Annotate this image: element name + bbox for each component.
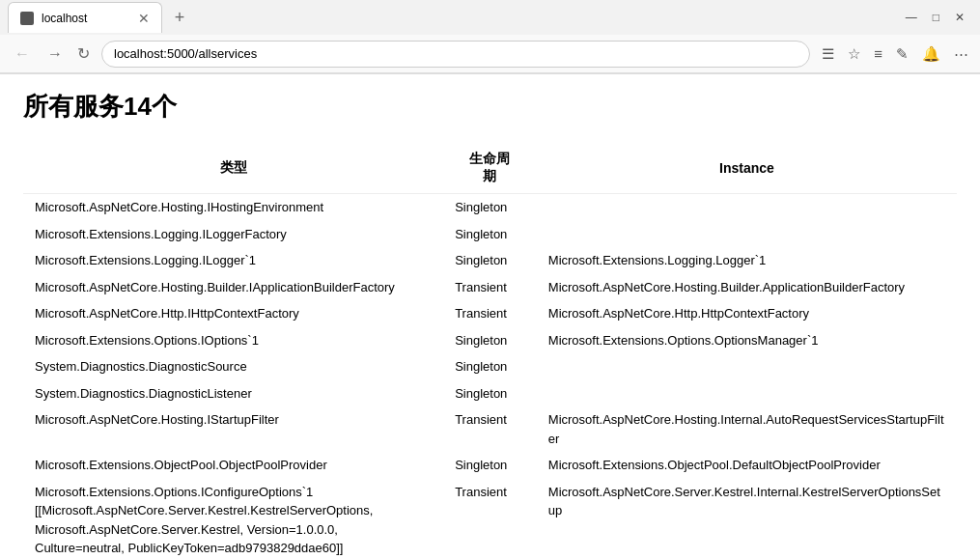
table-row: Microsoft.Extensions.Options.IOptions`1S… <box>23 327 957 354</box>
menu-icon[interactable]: ≡ <box>874 45 882 62</box>
cell-instance: Microsoft.AspNetCore.Http.HttpContextFac… <box>537 300 957 327</box>
cell-lifecycle: Singleton <box>443 452 537 479</box>
cell-lifecycle: Transient <box>443 479 537 560</box>
bookmark-icon[interactable]: ☆ <box>848 45 860 63</box>
cell-lifecycle: Singleton <box>443 327 537 354</box>
back-button[interactable]: ← <box>12 45 33 63</box>
more-button[interactable]: ⋯ <box>954 45 968 63</box>
cell-type: Microsoft.AspNetCore.Hosting.IStartupFil… <box>23 406 443 452</box>
table-row: Microsoft.Extensions.ObjectPool.ObjectPo… <box>23 452 957 479</box>
table-row: Microsoft.Extensions.Logging.ILogger`1Si… <box>23 247 957 274</box>
cell-type: Microsoft.Extensions.Options.IOptions`1 <box>23 327 443 354</box>
table-row: Microsoft.AspNetCore.Hosting.IHostingEnv… <box>23 194 957 221</box>
table-row: Microsoft.AspNetCore.Hosting.Builder.IAp… <box>23 274 957 301</box>
services-table: 类型 生命周期 Instance Microsoft.AspNetCore.Ho… <box>23 143 957 559</box>
cell-type: Microsoft.Extensions.Options.IConfigureO… <box>23 479 443 560</box>
cell-instance <box>537 194 957 221</box>
refresh-button[interactable]: ↻ <box>77 44 90 63</box>
cell-instance: Microsoft.AspNetCore.Hosting.Builder.App… <box>537 274 957 301</box>
cell-type: System.Diagnostics.DiagnosticSource <box>23 353 443 380</box>
tab-bar: localhost ✕ + — □ ✕ <box>0 0 980 35</box>
table-row: System.Diagnostics.DiagnosticListenerSin… <box>23 380 957 407</box>
cell-lifecycle: Transient <box>443 406 537 452</box>
table-row: System.Diagnostics.DiagnosticSourceSingl… <box>23 353 957 380</box>
toolbar-icons: ☰ ☆ ≡ ✎ 🔔 ⋯ <box>822 45 968 63</box>
column-header-lifecycle: 生命周期 <box>443 143 537 194</box>
cell-instance <box>537 221 957 248</box>
edit-icon[interactable]: ✎ <box>896 45 909 63</box>
cell-type: Microsoft.Extensions.Logging.ILoggerFact… <box>23 221 443 248</box>
forward-button[interactable]: → <box>44 45 66 63</box>
cell-type: Microsoft.AspNetCore.Http.IHttpContextFa… <box>23 300 443 327</box>
table-header-row: 类型 生命周期 Instance <box>23 143 957 194</box>
cell-type: Microsoft.AspNetCore.Hosting.IHostingEnv… <box>23 194 443 221</box>
minimize-button[interactable]: — <box>906 11 917 24</box>
table-row: Microsoft.Extensions.Options.IConfigureO… <box>23 479 957 560</box>
cell-lifecycle: Singleton <box>443 194 537 221</box>
browser-chrome: localhost ✕ + — □ ✕ ← → ↻ ☰ ☆ ≡ ✎ 🔔 ⋯ <box>0 0 980 74</box>
cell-instance: Microsoft.Extensions.Logging.Logger`1 <box>537 247 957 274</box>
page-title: 所有服务14个 <box>23 90 957 124</box>
cell-lifecycle: Singleton <box>443 221 537 248</box>
address-bar: ← → ↻ ☰ ☆ ≡ ✎ 🔔 ⋯ <box>0 35 980 73</box>
cell-type: System.Diagnostics.DiagnosticListener <box>23 380 443 407</box>
cell-lifecycle: Transient <box>443 274 537 301</box>
cell-instance <box>537 353 957 380</box>
page-content: 所有服务14个 类型 生命周期 Instance Microsoft.AspNe… <box>0 74 980 559</box>
cell-instance: Microsoft.Extensions.ObjectPool.DefaultO… <box>537 452 957 479</box>
table-row: Microsoft.AspNetCore.Http.IHttpContextFa… <box>23 300 957 327</box>
cell-lifecycle: Singleton <box>443 353 537 380</box>
cell-type: Microsoft.Extensions.ObjectPool.ObjectPo… <box>23 452 443 479</box>
cell-lifecycle: Singleton <box>443 247 537 274</box>
browser-tab[interactable]: localhost ✕ <box>8 2 162 33</box>
maximize-button[interactable]: □ <box>933 11 939 24</box>
new-tab-button[interactable]: + <box>166 4 193 31</box>
table-row: Microsoft.Extensions.Logging.ILoggerFact… <box>23 221 957 248</box>
cell-lifecycle: Singleton <box>443 380 537 407</box>
column-header-instance: Instance <box>537 143 957 194</box>
cell-instance <box>537 380 957 407</box>
cell-instance: Microsoft.AspNetCore.Server.Kestrel.Inte… <box>537 479 957 560</box>
close-button[interactable]: ✕ <box>955 11 965 24</box>
url-input[interactable] <box>101 41 810 68</box>
bell-icon[interactable]: 🔔 <box>922 45 940 63</box>
cell-instance: Microsoft.Extensions.Options.OptionsMana… <box>537 327 957 354</box>
tab-close-button[interactable]: ✕ <box>138 11 150 26</box>
cell-lifecycle: Transient <box>443 300 537 327</box>
column-header-type: 类型 <box>23 143 443 194</box>
tab-label: localhost <box>42 12 87 25</box>
table-row: Microsoft.AspNetCore.Hosting.IStartupFil… <box>23 406 957 452</box>
tab-favicon <box>20 12 34 25</box>
cell-type: Microsoft.Extensions.Logging.ILogger`1 <box>23 247 443 274</box>
cell-instance: Microsoft.AspNetCore.Hosting.Internal.Au… <box>537 406 957 452</box>
window-controls: — □ ✕ <box>906 11 972 24</box>
cell-type: Microsoft.AspNetCore.Hosting.Builder.IAp… <box>23 274 443 301</box>
reader-view-icon[interactable]: ☰ <box>822 45 834 63</box>
